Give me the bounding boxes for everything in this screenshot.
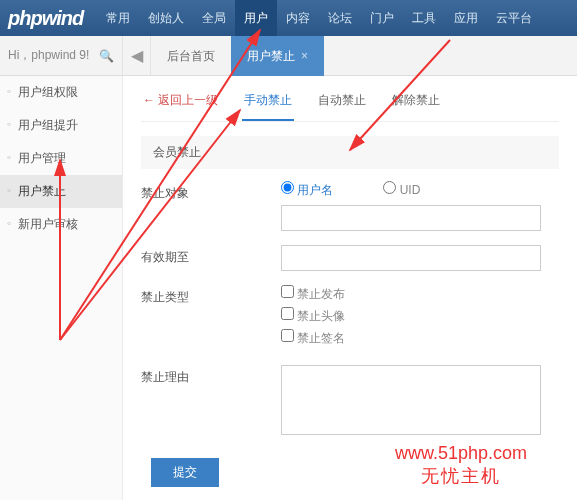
sub-bar: Hi，phpwind 9! 🔍 ◀ 后台首页用户禁止×: [0, 36, 577, 76]
type-checkbox-2[interactable]: 禁止签名: [281, 329, 559, 347]
topnav-item-8[interactable]: 应用: [445, 0, 487, 36]
row-target: 禁止对象 用户名 UID: [141, 181, 559, 231]
topnav-item-2[interactable]: 全局: [193, 0, 235, 36]
topnav-item-3[interactable]: 用户: [235, 0, 277, 36]
sub-tabs: 返回上一级 手动禁止自动禁止解除禁止: [141, 86, 559, 122]
target-input[interactable]: [281, 205, 541, 231]
back-link[interactable]: 返回上一级: [141, 86, 220, 121]
target-radio-group: 用户名 UID: [281, 181, 559, 199]
welcome-box: Hi，phpwind 9! 🔍: [0, 36, 123, 75]
topnav-item-5[interactable]: 论坛: [319, 0, 361, 36]
subtab-1[interactable]: 自动禁止: [316, 86, 368, 121]
row-expire: 有效期至: [141, 245, 559, 271]
top-nav: phpwind 常用创始人全局用户内容论坛门户工具应用云平台: [0, 0, 577, 36]
tab-0[interactable]: 后台首页: [151, 36, 231, 76]
main-panel: 返回上一级 手动禁止自动禁止解除禁止 会员禁止 禁止对象 用户名 UID 有效期…: [123, 76, 577, 500]
reason-textarea[interactable]: [281, 365, 541, 435]
subtab-2[interactable]: 解除禁止: [390, 86, 442, 121]
topnav-item-1[interactable]: 创始人: [139, 0, 193, 36]
tab-area: 后台首页用户禁止×: [151, 36, 324, 75]
expire-label: 有效期至: [141, 245, 281, 266]
type-checkbox-1[interactable]: 禁止头像: [281, 307, 559, 325]
target-label: 禁止对象: [141, 181, 281, 202]
section-title: 会员禁止: [141, 136, 559, 169]
radio-username[interactable]: 用户名: [281, 181, 333, 199]
reason-label: 禁止理由: [141, 365, 281, 386]
type-label: 禁止类型: [141, 285, 281, 306]
topnav-item-6[interactable]: 门户: [361, 0, 403, 36]
topnav-item-0[interactable]: 常用: [97, 0, 139, 36]
radio-uid[interactable]: UID: [383, 181, 420, 199]
expire-input[interactable]: [281, 245, 541, 271]
sidebar-item-1[interactable]: 用户组提升: [0, 109, 122, 142]
sidebar-item-0[interactable]: 用户组权限: [0, 76, 122, 109]
sidebar-item-3[interactable]: 用户禁止: [0, 175, 122, 208]
nav-back-button[interactable]: ◀: [123, 36, 151, 75]
row-type: 禁止类型 禁止发布 禁止头像 禁止签名: [141, 285, 559, 351]
logo: phpwind: [8, 7, 83, 30]
sidebar: 用户组权限用户组提升用户管理用户禁止新用户审核: [0, 76, 123, 500]
topnav-item-9[interactable]: 云平台: [487, 0, 541, 36]
tab-1[interactable]: 用户禁止×: [231, 36, 324, 76]
subtab-0[interactable]: 手动禁止: [242, 86, 294, 121]
row-reason: 禁止理由: [141, 365, 559, 438]
search-icon[interactable]: 🔍: [99, 49, 114, 63]
sidebar-item-4[interactable]: 新用户审核: [0, 208, 122, 241]
topnav-item-4[interactable]: 内容: [277, 0, 319, 36]
close-icon[interactable]: ×: [301, 49, 308, 63]
welcome-text: Hi，phpwind 9!: [8, 47, 89, 64]
sidebar-item-2[interactable]: 用户管理: [0, 142, 122, 175]
topnav-item-7[interactable]: 工具: [403, 0, 445, 36]
submit-button[interactable]: 提交: [151, 458, 219, 487]
type-checkbox-0[interactable]: 禁止发布: [281, 285, 559, 303]
